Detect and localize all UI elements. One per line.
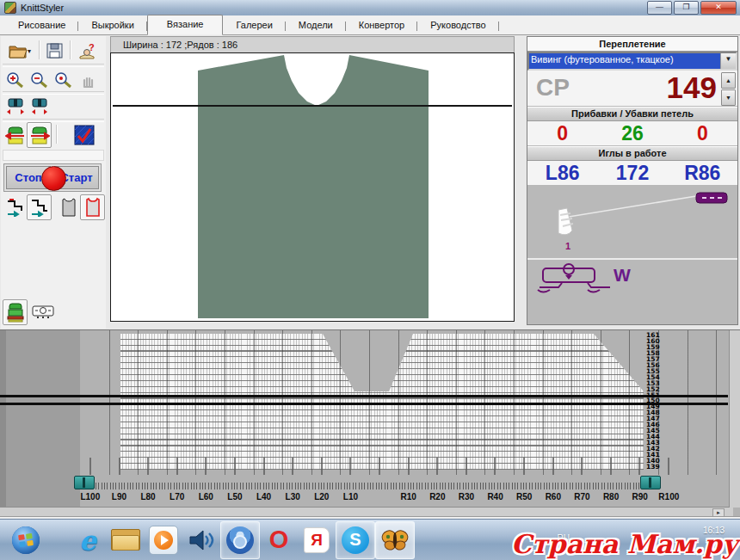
needle-gather-button[interactable] (27, 95, 52, 120)
tab[interactable]: Модели (286, 17, 346, 34)
row-spin-down-button[interactable]: ▼ (721, 89, 736, 106)
row-marker-line-lower (0, 403, 728, 405)
taskbar-knittstyler[interactable] (375, 521, 415, 559)
zoom-actual-button[interactable] (51, 67, 76, 93)
desktop: KnittStyler — ❐ ✕ РисованиеВыкройкиВязан… (0, 0, 740, 560)
needle-label: R100 (655, 492, 684, 504)
carriage-right-button[interactable] (27, 122, 52, 148)
weave-selected-value: Вивинг (футерованное, ткацкое) (529, 53, 720, 69)
carriage-left-icon (5, 125, 26, 145)
minimize-button[interactable]: — (647, 1, 672, 15)
adds-values-row: 0 26 0 (527, 121, 737, 146)
open-dropdown-arrow-icon[interactable]: ▾ (28, 47, 31, 55)
current-row-line (113, 105, 512, 107)
ruler-minor-ticks (81, 483, 656, 489)
adds-center-value: 26 (597, 121, 667, 145)
tab[interactable]: Рисование (5, 17, 78, 34)
pattern-canvas[interactable] (110, 52, 515, 322)
carriage-right-icon (29, 125, 50, 145)
taskbar-ie[interactable]: e (69, 522, 107, 558)
row-spin-up-button[interactable]: ▲ (721, 72, 736, 89)
garment-shape (198, 55, 429, 318)
needle-label (365, 492, 394, 504)
carriage-type-letter: W (614, 265, 631, 286)
weave-dropdown-arrow-icon[interactable]: ▼ (720, 53, 736, 69)
help-icon: ? (78, 43, 97, 59)
taskbar-media-player[interactable] (145, 522, 182, 558)
zoom-in-button[interactable] (3, 67, 28, 93)
open-pattern-button[interactable]: ▾ (3, 38, 37, 64)
taskbar-explorer[interactable] (107, 522, 145, 558)
left-needle-stop-slider[interactable] (74, 476, 95, 489)
garment-red-icon (84, 197, 102, 218)
step-mode-a-button[interactable] (3, 194, 28, 220)
needles-left-value: L86 (527, 161, 597, 185)
steps-b-icon (29, 198, 50, 217)
internet-explorer-icon: e (79, 525, 96, 556)
taskbar-skype[interactable]: S (336, 521, 375, 559)
needle-ruler-labels: L100L90L80L70L60L50L40L30L20L10R10R20R30… (76, 492, 683, 504)
taskbar-yandex[interactable]: Я (298, 522, 336, 558)
adds-left-value: 0 (527, 121, 597, 145)
weave-dropdown[interactable]: Вивинг (футерованное, ткацкое) ▼ (527, 52, 737, 71)
tray-clock[interactable]: 16:13 (703, 526, 725, 535)
needle-label: R40 (481, 492, 510, 504)
status-strip (3, 150, 104, 161)
grid-right-scroll-strip[interactable] (729, 330, 740, 508)
pan-hand-button[interactable] (75, 67, 100, 93)
stitch-pattern[interactable] (120, 334, 644, 470)
tab[interactable]: Вязание (147, 15, 224, 35)
carriage-view-button[interactable] (28, 299, 58, 325)
tab[interactable]: Конвертор (346, 17, 417, 34)
taskbar-chromium[interactable] (220, 521, 260, 559)
stop-start-control: Стоп Старт (3, 163, 102, 192)
tab[interactable]: Руководство (417, 17, 498, 34)
garment-gray-button[interactable] (56, 194, 81, 220)
zoom-out-icon (30, 71, 49, 89)
needle-label: L80 (133, 492, 163, 504)
close-button[interactable]: ✕ (700, 1, 737, 15)
right-needle-stop-slider[interactable] (640, 476, 661, 489)
step-mode-b-button[interactable] (27, 194, 52, 220)
taskbar-opera[interactable]: O (260, 522, 298, 558)
windows-taskbar: e O Я S RU 1 (0, 519, 740, 560)
restore-button[interactable]: ❐ (674, 1, 699, 15)
needle-spread-button[interactable] (3, 95, 28, 120)
garment-red-button[interactable] (80, 194, 105, 220)
needle-label: R50 (509, 492, 539, 504)
ruler-major-ticks (89, 458, 670, 475)
start-button[interactable] (7, 522, 45, 558)
tray-language-indicator[interactable]: RU (558, 533, 570, 543)
svg-text:?: ? (89, 43, 95, 52)
needles-total-value: 172 (597, 161, 667, 185)
knitting-machine-icon (5, 302, 26, 323)
tab[interactable]: Галереи (223, 17, 285, 34)
speaker-icon (187, 527, 216, 553)
yandex-icon: Я (304, 527, 330, 553)
opera-icon: O (269, 526, 289, 554)
check-pattern-button[interactable] (71, 122, 96, 148)
needle-label: L70 (163, 492, 192, 504)
stitch-grid-panel[interactable]: 1611601591581571561551541531521511501491… (0, 329, 740, 517)
folder-icon (111, 529, 140, 551)
machine-button[interactable] (3, 299, 28, 325)
save-button[interactable] (42, 38, 67, 64)
zoom-actual-icon (54, 71, 73, 89)
needle-label: R30 (452, 492, 481, 504)
stop-indicator-icon[interactable] (41, 166, 66, 191)
taskbar-volume[interactable] (182, 522, 220, 558)
needle-label: L30 (278, 492, 307, 504)
zoom-out-button[interactable] (27, 67, 52, 93)
checkmark-icon (74, 125, 95, 145)
tab[interactable]: Выкройки (78, 17, 146, 34)
yarn-thread-icon (527, 186, 737, 258)
needles-section-title: Иглы в работе (527, 146, 737, 161)
butterfly-icon (380, 528, 410, 552)
carriage-left-button[interactable] (3, 122, 28, 148)
current-row-label: СР (536, 74, 570, 102)
windows-start-icon (10, 525, 41, 556)
carriage-w-icon (536, 262, 614, 296)
app-icon (4, 2, 16, 14)
save-floppy-icon (46, 43, 63, 58)
help-button[interactable]: ? (75, 38, 100, 64)
